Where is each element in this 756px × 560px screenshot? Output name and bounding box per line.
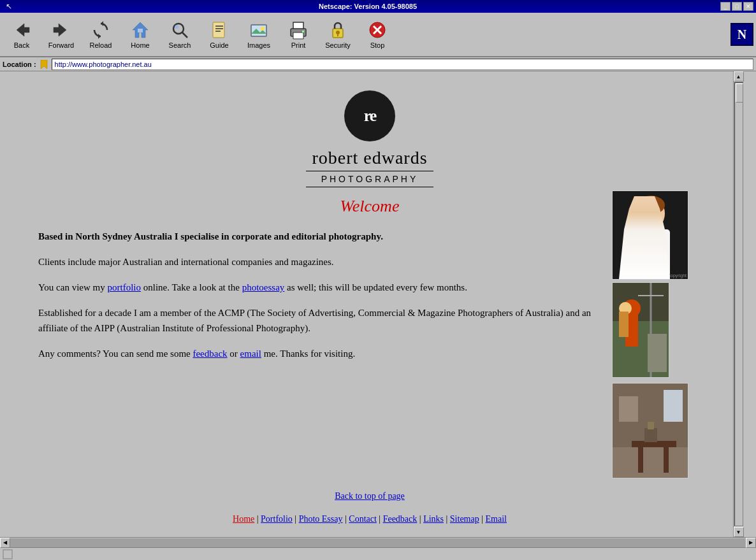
footer-nav-home[interactable]: Home [233,514,254,524]
back-to-top-link[interactable]: Back to top of page [335,491,405,501]
interior-photo [612,383,688,478]
main-text: Based in North Sydney Australia I specia… [38,229,599,478]
svg-rect-47 [648,422,654,429]
security-button[interactable]: Security [319,15,357,54]
title-divider-right [306,187,433,187]
svg-marker-0 [17,24,29,36]
location-label: Location : [3,61,36,68]
vertical-scrollbar[interactable]: ▲ ▼ [733,71,743,537]
svg-marker-24 [41,60,47,69]
guide-icon [209,20,229,40]
home-label: Home [131,41,149,49]
svg-point-4 [173,24,184,34]
svg-point-28 [637,196,665,215]
photoessay-link[interactable]: photoessay [242,282,285,292]
svg-rect-42 [613,447,688,478]
horizontal-scrollbar[interactable]: ◀ ▶ [0,537,756,547]
reload-icon [91,20,111,40]
site-logo: re [344,90,395,141]
back-button[interactable]: Back [3,15,41,54]
url-input[interactable] [52,59,753,70]
scroll-down-button[interactable]: ▼ [734,527,744,537]
maximize-button[interactable]: □ [732,2,742,11]
portfolio-paragraph: You can view my portfolio online. Take a… [38,280,599,295]
svg-rect-17 [302,31,304,32]
svg-rect-11 [251,25,266,36]
print-label: Print [291,41,306,49]
forward-button[interactable]: Forward [42,15,80,54]
scroll-thumb[interactable] [736,83,743,103]
footer-nav-photoessay[interactable]: Photo Essay [299,514,343,524]
cursor-icon: ↖ [3,0,15,13]
scroll-right-button[interactable]: ▶ [746,538,756,548]
footer-nav-email[interactable]: Email [486,514,507,524]
site-subtitle: PHOTOGRAPHY [38,174,701,184]
scroll-up-button[interactable]: ▲ [734,71,744,82]
window-controls[interactable]: _ □ ✕ [720,2,753,11]
stop-label: Stop [370,41,385,49]
scroll-track[interactable] [734,82,743,526]
security-icon [328,20,348,40]
print-button[interactable]: Print [279,15,317,54]
back-icon [11,20,32,40]
svg-rect-46 [644,428,657,442]
reload-button[interactable]: Reload [82,15,120,54]
guide-label: Guide [210,41,228,49]
netscape-logo: N [731,23,753,46]
svg-rect-37 [619,312,629,337]
svg-rect-45 [664,447,669,473]
forward-label: Forward [48,41,74,49]
photos-column: Copyright [612,190,688,478]
minimize-button[interactable]: _ [720,2,731,11]
svg-rect-25 [613,191,688,280]
svg-marker-31 [651,229,657,239]
portfolio-link[interactable]: portfolio [107,282,141,292]
stop-icon [367,20,388,40]
location-bar: Location : [0,57,756,71]
intro-paragraph: Based in North Sydney Australia I specia… [38,229,599,244]
images-button[interactable]: Images [240,15,278,54]
footer-nav-portfolio[interactable]: Portfolio [261,514,293,524]
footer-nav-sitemap[interactable]: Sitemap [450,514,479,524]
svg-marker-30 [644,229,651,239]
toolbar: Back Forward Reload Home [0,13,756,57]
svg-rect-40 [648,334,667,372]
feedback-link[interactable]: feedback [193,348,227,359]
svg-rect-44 [638,447,643,473]
bookmark-icon [39,59,49,69]
reload-label: Reload [90,41,112,49]
svg-marker-1 [54,24,66,36]
svg-rect-51 [3,550,12,559]
svg-point-6 [175,25,178,29]
site-header: re robert edwards PHOTOGRAPHY Welcome [38,90,701,216]
footer-nav-links[interactable]: Links [423,514,444,524]
images-label: Images [247,41,270,49]
home-button[interactable]: Home [121,15,159,54]
status-icon [3,549,13,559]
action-photo [612,282,669,378]
footer-nav: Home | Portfolio | Photo Essay | Contact… [38,514,701,524]
svg-rect-50 [664,390,683,422]
window-title: Netscape: Version 4.05-98085 [15,3,720,10]
back-label: Back [14,41,29,49]
forward-icon [51,20,71,40]
page-content: re robert edwards PHOTOGRAPHY Welcome Ba… [0,71,733,537]
print-icon [288,20,309,40]
scroll-left-button[interactable]: ◀ [0,538,10,548]
search-label: Search [169,41,191,49]
status-bar [0,547,756,560]
search-button[interactable]: Search [161,15,199,54]
close-button[interactable]: ✕ [743,2,753,11]
email-link[interactable]: email [240,348,261,359]
search-icon [170,20,190,40]
stop-button[interactable]: Stop [358,15,396,54]
clients-paragraph: Clients include major Australian and int… [38,254,599,269]
svg-rect-16 [293,32,303,39]
portrait-photo: Copyright [612,190,688,280]
guide-button[interactable]: Guide [200,15,238,54]
footer-nav-feedback[interactable]: Feedback [383,514,418,524]
contact-paragraph: Any comments? You can send me some feedb… [38,346,599,361]
footer-nav-contact[interactable]: Contact [349,514,377,524]
svg-line-5 [182,32,187,38]
svg-rect-7 [213,22,224,38]
